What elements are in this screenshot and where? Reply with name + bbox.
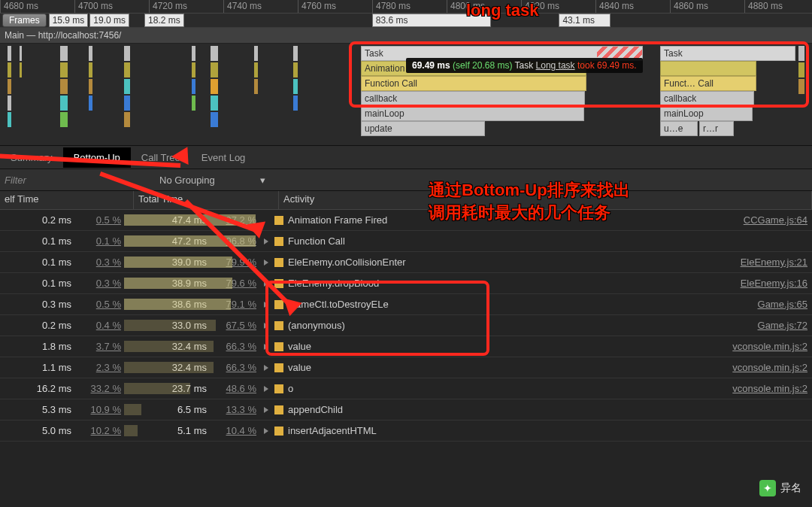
- activity-color-icon: [274, 405, 283, 414]
- activity-name: EleEnemy.onCollisionEnter: [288, 257, 406, 268]
- update-row[interactable]: update: [361, 121, 485, 136]
- table-row[interactable]: 0.3 ms0.5 %38.6 ms79.1 %GameCtl.toDestro…: [0, 294, 812, 315]
- time-ruler[interactable]: 4680 ms4700 ms4720 ms4740 ms4760 ms4780 …: [0, 0, 812, 14]
- activity-color-icon: [274, 427, 283, 436]
- function-call-row[interactable]: Function Call: [361, 76, 586, 91]
- source-link[interactable]: vconsole.min.js:2: [732, 362, 812, 373]
- ruler-tick: 4880 ms: [744, 0, 812, 13]
- expand-icon[interactable]: [264, 365, 268, 371]
- activity-name: (anonymous): [288, 320, 345, 331]
- table-row[interactable]: 1.1 ms2.3 %32.4 ms66.3 %valuevconsole.mi…: [0, 357, 812, 378]
- activity-color-icon: [274, 342, 283, 351]
- mainloop-row[interactable]: mainLoop: [660, 106, 753, 121]
- table-row[interactable]: 5.0 ms10.2 %5.1 ms10.4 %insertAdjacentHT…: [0, 420, 812, 442]
- table-row[interactable]: 0.2 ms0.4 %33.0 ms67.5 %(anonymous)Game.…: [0, 315, 812, 336]
- activity-name: Animation Frame Fired: [288, 214, 387, 226]
- ruler-tick: 4740 ms: [223, 0, 298, 13]
- callback-row[interactable]: callback: [660, 91, 754, 106]
- frames-label[interactable]: Frames: [2, 14, 47, 27]
- activity-name: appendChild: [288, 404, 343, 415]
- activity-name: value: [288, 362, 311, 373]
- annotation-text: 通过Bottom-Up排序来找出 调用耗时最大的几个任务: [429, 179, 630, 223]
- activity-color-icon: [274, 237, 283, 246]
- chevron-down-icon: ▾: [260, 175, 265, 186]
- expand-icon[interactable]: [264, 260, 268, 266]
- source-link[interactable]: CCGame.js:64: [744, 214, 812, 226]
- expand-icon[interactable]: [264, 344, 268, 350]
- ruler-tick: 4860 ms: [670, 0, 744, 13]
- table-row[interactable]: 0.1 ms0.3 %38.9 ms79.6 %EleEnemy.dropBlo…: [0, 273, 812, 294]
- expand-icon[interactable]: [264, 323, 268, 329]
- main-thread-header[interactable]: Main — http://localhost:7456/: [0, 28, 812, 44]
- activity-name: insertAdjacentHTML: [288, 425, 377, 436]
- table-row[interactable]: 0.1 ms0.1 %47.2 ms96.8 %Function Call: [0, 231, 812, 252]
- table-header: elf Time Total Time Activity: [0, 191, 812, 210]
- activity-color-icon: [274, 258, 283, 267]
- activity-name: o: [288, 383, 293, 394]
- frame-time[interactable]: 18.2 ms: [144, 14, 184, 27]
- activity-name: Function Call: [288, 235, 345, 247]
- arrowhead-icon: [162, 147, 188, 166]
- frame-time[interactable]: 15.9 ms: [49, 14, 89, 27]
- source-link[interactable]: Game.js:65: [758, 299, 812, 310]
- callback-row[interactable]: callback: [361, 91, 585, 106]
- source-link[interactable]: EleEnemy.js:21: [741, 257, 812, 268]
- expand-icon[interactable]: [264, 407, 268, 413]
- expand-icon[interactable]: [264, 428, 268, 434]
- ruler-tick: 4720 ms: [149, 0, 223, 13]
- activity-name: EleEnemy.dropBlood: [288, 278, 379, 289]
- frame-time[interactable]: 19.0 ms: [89, 14, 129, 27]
- col-self-time[interactable]: elf Time: [0, 191, 134, 209]
- source-link[interactable]: Game.js:72: [758, 320, 812, 331]
- mainloop-row[interactable]: mainLoop: [361, 106, 584, 121]
- annotation-long-task: long task: [466, 0, 539, 22]
- source-link[interactable]: vconsole.min.js:2: [732, 341, 812, 352]
- ruler-tick: 4680 ms: [0, 0, 74, 13]
- frame-time[interactable]: 43.1 ms: [559, 14, 611, 27]
- activity-name: GameCtl.toDestroyELe: [288, 299, 389, 310]
- source-link[interactable]: EleEnemy.js:16: [741, 278, 812, 289]
- expand-icon[interactable]: [264, 302, 268, 308]
- function-call-row[interactable]: Funct… Call: [660, 76, 756, 91]
- activity-table[interactable]: 0.2 ms0.5 %47.4 ms97.2 %Animation Frame …: [0, 210, 812, 442]
- table-row[interactable]: 5.3 ms10.9 %6.5 ms13.3 %appendChild: [0, 399, 812, 420]
- table-row[interactable]: 0.1 ms0.3 %39.0 ms79.9 %EleEnemy.onColli…: [0, 252, 812, 273]
- perf-tooltip: 69.49 ms (self 20.68 ms) Task Long task …: [406, 58, 643, 73]
- activity-color-icon: [274, 384, 283, 393]
- activity-color-icon: [274, 216, 283, 225]
- activity-color-icon: [274, 363, 283, 372]
- activity-name: value: [288, 341, 311, 352]
- expand-icon[interactable]: [264, 386, 268, 392]
- expand-icon[interactable]: [264, 238, 268, 244]
- wechat-icon: ✦: [759, 480, 776, 496]
- activity-color-icon: [274, 321, 283, 330]
- flame-chart[interactable]: Task Animation Function Call callback ma…: [0, 44, 812, 146]
- watermark: ✦ 异名: [759, 480, 801, 496]
- ruler-tick: 4700 ms: [74, 0, 149, 13]
- grouping-select[interactable]: No Grouping ▾: [152, 172, 273, 188]
- detail-tabs: Summary Bottom-Up Call Tree Event Log: [0, 146, 812, 169]
- ruler-tick: 4840 ms: [595, 0, 670, 13]
- task-row[interactable]: Task: [660, 46, 795, 61]
- frames-lane[interactable]: Frames 15.9 ms 19.0 ms 18.2 ms 83.6 ms 4…: [0, 14, 812, 28]
- table-row[interactable]: 16.2 ms33.2 %23.7 ms48.6 %ovconsole.min.…: [0, 378, 812, 399]
- source-link[interactable]: vconsole.min.js:2: [732, 383, 812, 394]
- performance-panel: 4680 ms4700 ms4720 ms4740 ms4760 ms4780 …: [0, 0, 812, 507]
- table-row[interactable]: 0.2 ms0.5 %47.4 ms97.2 %Animation Frame …: [0, 210, 812, 231]
- ruler-tick: 4780 ms: [372, 0, 447, 13]
- animation-row[interactable]: [660, 61, 756, 76]
- table-row[interactable]: 1.8 ms3.7 %32.4 ms66.3 %valuevconsole.mi…: [0, 336, 812, 357]
- call-stack[interactable]: Task Funct… Call callback mainLoop u…er……: [660, 46, 795, 136]
- ruler-tick: 4760 ms: [298, 0, 372, 13]
- tab-event-log[interactable]: Event Log: [191, 147, 256, 168]
